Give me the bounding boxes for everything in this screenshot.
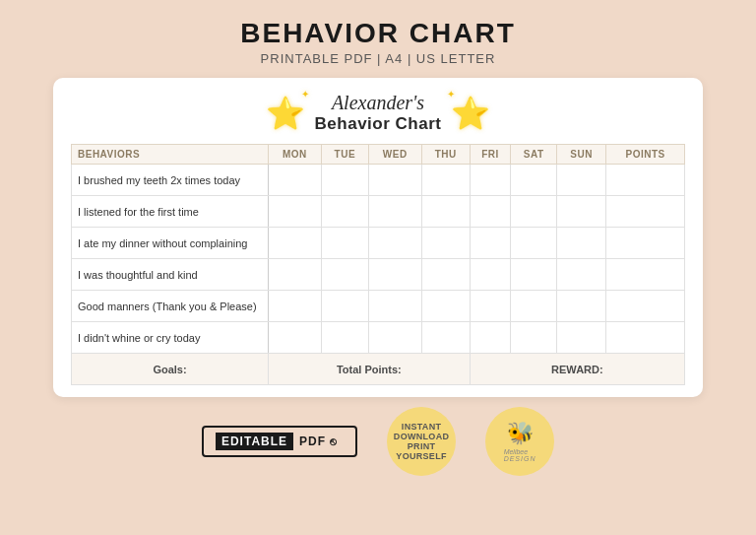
bee-badge: 🐝 MelibeeDESIGN — [485, 407, 554, 476]
day-cell[interactable] — [368, 259, 421, 291]
day-cell[interactable] — [321, 322, 368, 354]
day-cell[interactable] — [368, 291, 421, 322]
points-cell — [606, 165, 685, 196]
col-wed: WED — [368, 145, 421, 165]
day-cell[interactable] — [557, 322, 606, 354]
day-cell[interactable] — [269, 228, 322, 259]
day-cell[interactable] — [557, 165, 606, 196]
day-cell[interactable] — [421, 228, 470, 259]
star-left-icon: ⭐ ✦ — [266, 95, 305, 132]
day-cell[interactable] — [269, 291, 322, 322]
col-mon: MON — [269, 145, 322, 165]
instant-download-badge: INSTANT DOWNLOAD PRINT YOURSELF — [387, 407, 456, 476]
day-cell[interactable] — [470, 322, 511, 354]
page-header: BEHAVIOR CHART PRINTABLE PDF | A4 | US L… — [240, 18, 515, 66]
day-cell[interactable] — [557, 259, 606, 291]
table-row: Good manners (Thank you & Please) — [72, 291, 685, 322]
day-cell[interactable] — [368, 322, 421, 354]
editable-badge: EDITABLE PDF ⎋ — [202, 426, 357, 457]
bottom-bar: EDITABLE PDF ⎋ INSTANT DOWNLOAD PRINT YO… — [53, 407, 703, 476]
table-row: I didn't whine or cry today — [72, 322, 685, 354]
day-cell[interactable] — [321, 196, 368, 228]
day-cell[interactable] — [421, 196, 470, 228]
chart-title-block: Alexander's Behavior Chart — [315, 92, 442, 134]
day-cell[interactable] — [368, 165, 421, 196]
day-cell[interactable] — [470, 165, 511, 196]
instant-line3: PRINT YOURSELF — [387, 441, 456, 461]
chart-card: ⭐ ✦ Alexander's Behavior Chart ⭐ ✦ BEHAV… — [53, 78, 703, 397]
pdf-icon: ⎋ — [330, 435, 338, 447]
behavior-label: I listened for the first time — [72, 196, 269, 228]
day-cell[interactable] — [269, 165, 322, 196]
bee-label: MelibeeDESIGN — [504, 448, 536, 462]
behavior-label: I brushed my teeth 2x times today — [72, 165, 269, 196]
day-cell[interactable] — [321, 165, 368, 196]
col-sat: SAT — [511, 145, 557, 165]
day-cell[interactable] — [470, 196, 511, 228]
day-cell[interactable] — [470, 228, 511, 259]
behavior-label: I ate my dinner without complaining — [72, 228, 269, 259]
day-cell[interactable] — [511, 322, 557, 354]
footer-row: Goals:Total Points:REWARD: — [72, 354, 685, 385]
day-cell[interactable] — [421, 291, 470, 322]
points-cell — [606, 322, 685, 354]
table-row: I was thoughtful and kind — [72, 259, 685, 291]
day-cell[interactable] — [557, 228, 606, 259]
pdf-label: PDF ⎋ — [293, 433, 344, 450]
day-cell[interactable] — [269, 259, 322, 291]
table-row: I ate my dinner without complaining — [72, 228, 685, 259]
page-subtitle: PRINTABLE PDF | A4 | US LETTER — [240, 51, 515, 66]
points-cell — [606, 228, 685, 259]
day-cell[interactable] — [470, 291, 511, 322]
day-cell[interactable] — [368, 228, 421, 259]
total-points-cell: Total Points: — [269, 354, 471, 385]
behavior-label: I didn't whine or cry today — [72, 322, 269, 354]
day-cell[interactable] — [368, 196, 421, 228]
day-cell[interactable] — [511, 291, 557, 322]
points-cell — [606, 291, 685, 322]
day-cell[interactable] — [557, 196, 606, 228]
col-sun: SUN — [557, 145, 606, 165]
behavior-label: I was thoughtful and kind — [72, 259, 269, 291]
day-cell[interactable] — [470, 259, 511, 291]
star-right-icon: ⭐ ✦ — [451, 95, 490, 132]
page-title: BEHAVIOR CHART — [240, 18, 515, 49]
table-row: I brushed my teeth 2x times today — [72, 165, 685, 196]
points-cell — [606, 259, 685, 291]
col-behaviors: BEHAVIORS — [72, 145, 269, 165]
day-cell[interactable] — [269, 322, 322, 354]
editable-label: EDITABLE — [216, 433, 293, 450]
day-cell[interactable] — [511, 259, 557, 291]
day-cell[interactable] — [557, 291, 606, 322]
reward-cell: REWARD: — [470, 354, 684, 385]
col-tue: TUE — [321, 145, 368, 165]
chart-name: Alexander's — [315, 92, 442, 114]
goals-cell: Goals: — [72, 354, 269, 385]
chart-subtitle: Behavior Chart — [315, 114, 442, 134]
instant-line1: INSTANT — [402, 422, 441, 432]
day-cell[interactable] — [421, 259, 470, 291]
chart-header: ⭐ ✦ Alexander's Behavior Chart ⭐ ✦ — [71, 92, 685, 134]
day-cell[interactable] — [511, 228, 557, 259]
col-points: POINTS — [606, 145, 685, 165]
table-row: I listened for the first time — [72, 196, 685, 228]
behavior-label: Good manners (Thank you & Please) — [72, 291, 269, 322]
points-cell — [606, 196, 685, 228]
day-cell[interactable] — [321, 291, 368, 322]
day-cell[interactable] — [321, 228, 368, 259]
behavior-table: BEHAVIORS MON TUE WED THU FRI SAT SUN PO… — [71, 144, 685, 385]
col-thu: THU — [421, 145, 470, 165]
day-cell[interactable] — [421, 322, 470, 354]
col-fri: FRI — [470, 145, 511, 165]
instant-line2: DOWNLOAD — [394, 432, 449, 441]
day-cell[interactable] — [511, 165, 557, 196]
day-cell[interactable] — [321, 259, 368, 291]
day-cell[interactable] — [269, 196, 322, 228]
day-cell[interactable] — [511, 196, 557, 228]
day-cell[interactable] — [421, 165, 470, 196]
